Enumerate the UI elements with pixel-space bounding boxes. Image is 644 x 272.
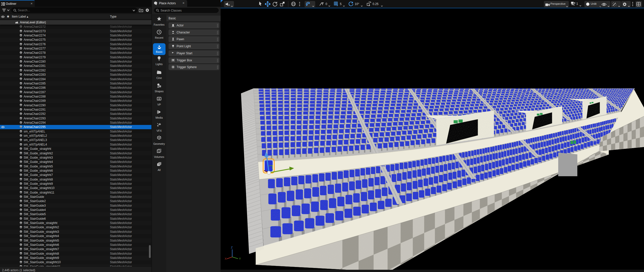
svg-text:Y: Y <box>239 257 241 260</box>
svg-text:X: X <box>225 257 227 260</box>
svg-text:Z: Z <box>231 246 233 249</box>
